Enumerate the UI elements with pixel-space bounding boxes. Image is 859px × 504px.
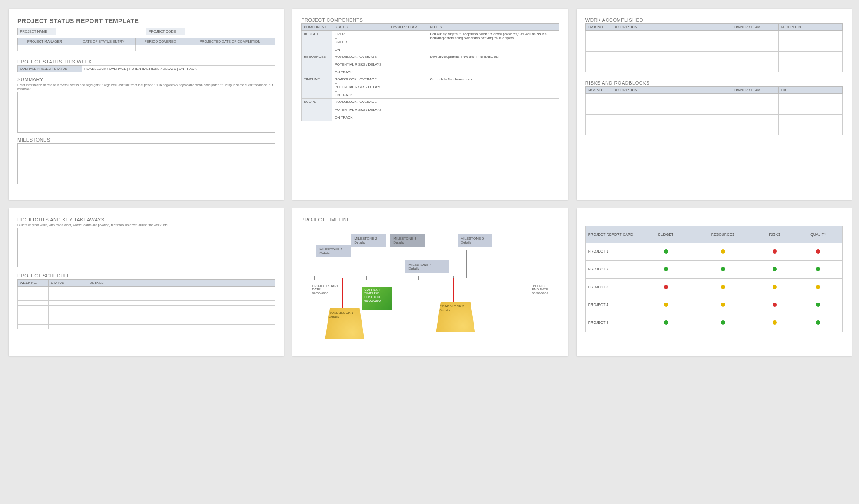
project-meta-row2: PROJECT MANAGER DATE OF STATUS ENTRY PER… <box>17 38 275 51</box>
summary-hint: Enter information here about overall sta… <box>17 83 275 91</box>
work-table: TASK NO. DESCRIPTION OWNER / TEAM RECEPT… <box>585 23 843 72</box>
label-period: PERIOD COVERED <box>136 38 185 45</box>
cp-pin <box>375 278 375 287</box>
wcol-reception: RECEPTION <box>778 24 842 31</box>
row-budget-owner[interactable] <box>389 31 428 53</box>
status-dot-yellow <box>664 303 668 307</box>
status-dot-yellow <box>721 303 725 307</box>
label-date-entry: DATE OF STATUS ENTRY <box>72 38 135 45</box>
field-project-name[interactable] <box>56 28 146 35</box>
m5-box: MILESTONE 5 Details <box>458 234 492 247</box>
field-period[interactable] <box>136 45 185 51</box>
status-dot-yellow <box>773 320 777 325</box>
col-status: STATUS <box>332 24 389 31</box>
rcell[interactable] <box>585 115 611 125</box>
section-summary: SUMMARY <box>17 77 275 82</box>
status-dot-green <box>721 320 725 325</box>
rccol-risks: RISKS <box>756 226 794 243</box>
highlights-box[interactable] <box>17 228 275 267</box>
rccol-budget: BUDGET <box>642 226 690 243</box>
tick <box>314 276 315 280</box>
page-title: PROJECT STATUS REPORT TEMPLATE <box>17 17 275 24</box>
rccol-name: PROJECT REPORT CARD <box>585 226 642 243</box>
row-scope-owner[interactable] <box>389 99 428 121</box>
wcell[interactable] <box>585 52 611 62</box>
m3-pin <box>397 250 397 278</box>
end-label: PROJECT END DATE 00/00/0000 <box>532 284 548 295</box>
tick <box>401 276 401 280</box>
m2-pin <box>358 250 358 278</box>
row-scope-status: ROADBLOCK / OVERAGE – POTENTIAL RISKS / … <box>332 99 389 121</box>
status-dot-red <box>773 249 777 254</box>
report-card-table: PROJECT REPORT CARD BUDGET RESOURCES RIS… <box>585 226 843 332</box>
row-resources-owner[interactable] <box>389 53 428 76</box>
wcell[interactable] <box>585 41 611 52</box>
field-project-code[interactable] <box>185 28 275 35</box>
label-manager: PROJECT MANAGER <box>18 38 72 45</box>
tick <box>471 276 471 280</box>
field-completion[interactable] <box>185 45 275 51</box>
m1-pin <box>323 260 323 278</box>
status-dot-green <box>721 267 725 271</box>
template-gallery: PROJECT STATUS REPORT TEMPLATE PROJECT N… <box>9 9 852 356</box>
rc-row-4: PROJECT 4 <box>585 296 842 314</box>
page-1: PROJECT STATUS REPORT TEMPLATE PROJECT N… <box>9 9 284 200</box>
tick <box>332 276 332 280</box>
scol-week: WEEK NO. <box>18 280 49 287</box>
m3-box: MILESTONE 3 Details <box>390 234 425 247</box>
milestones-box[interactable] <box>17 143 275 184</box>
status-dot-green <box>816 320 820 325</box>
row-timeline-comp: TIMELINE <box>302 76 332 99</box>
section-risks: RISKS AND ROADBLOCKS <box>585 80 843 86</box>
section-timeline: PROJECT TIMELINE <box>301 217 559 222</box>
status-dot-red <box>664 285 668 289</box>
col-component: COMPONENT <box>302 24 332 31</box>
rcell[interactable] <box>585 104 611 115</box>
row-timeline-owner[interactable] <box>389 76 428 99</box>
row-budget-comp: BUDGET <box>302 31 332 53</box>
rcell[interactable] <box>585 94 611 104</box>
row-scope-notes[interactable] <box>428 99 559 121</box>
highlights-hint: Bullets of great work, who owns what, wh… <box>17 223 275 227</box>
rcol-risk: RISK NO. <box>585 87 611 94</box>
rccol-quality: QUALITY <box>794 226 842 243</box>
tick <box>366 276 367 280</box>
rb1-pin <box>342 278 343 308</box>
status-dot-green <box>816 303 820 307</box>
rcell[interactable] <box>585 125 611 135</box>
page-6: PROJECT REPORT CARD BUDGET RESOURCES RIS… <box>577 208 852 356</box>
row-budget-status: OVER – UNDER – ON <box>332 31 389 53</box>
page-2: PROJECT COMPONENTS COMPONENT STATUS OWNE… <box>292 9 567 200</box>
risks-table: RISK NO. DESCRIPTION OWNER / TEAM FIX <box>585 86 843 135</box>
m1-box: MILESTONE 1 Details <box>316 245 351 257</box>
section-highlights: HIGHLIGHTS AND KEY TAKEAWAYS <box>17 217 275 222</box>
tick <box>418 276 419 280</box>
summary-box[interactable] <box>17 92 275 133</box>
rcol-desc: DESCRIPTION <box>611 87 732 94</box>
status-dot-yellow <box>816 285 820 289</box>
section-work-accomplished: WORK ACCOMPLISHED <box>585 17 843 23</box>
wcell[interactable] <box>585 31 611 41</box>
tick <box>349 276 349 280</box>
page-5: PROJECT TIMELINE MILESTONE 1 Details MIL… <box>292 208 567 356</box>
field-manager[interactable] <box>18 45 72 51</box>
page-3: WORK ACCOMPLISHED TASK NO. DESCRIPTION O… <box>577 9 852 200</box>
timeline-axis <box>310 278 550 278</box>
m5-pin <box>466 250 467 278</box>
rcol-fix: FIX <box>778 87 842 94</box>
status-dot-red <box>773 303 777 307</box>
row-timeline-notes: On track to final launch date <box>428 76 559 99</box>
label-project-name: PROJECT NAME <box>18 28 56 35</box>
section-components: PROJECT COMPONENTS <box>301 17 559 23</box>
m2-box: MILESTONE 2 Details <box>351 234 386 247</box>
field-date-entry[interactable] <box>72 45 135 51</box>
scol-status: STATUS <box>49 280 87 287</box>
wcell[interactable] <box>585 62 611 72</box>
row-scope-comp: SCOPE <box>302 99 332 121</box>
roadblock-1: ROADBLOCK 1 Details <box>325 308 364 339</box>
status-options: ROADBLOCK / OVERAGE | POTENTIAL RISKS / … <box>82 66 275 72</box>
section-schedule: PROJECT SCHEDULE <box>17 273 275 278</box>
scol-details: DETAILS <box>87 280 275 287</box>
row-timeline-status: ROADBLOCK / OVERAGE – POTENTIAL RISKS / … <box>332 76 389 99</box>
current-position: CURRENT TIMELINE POSITION 00/00/0000 <box>362 287 392 310</box>
